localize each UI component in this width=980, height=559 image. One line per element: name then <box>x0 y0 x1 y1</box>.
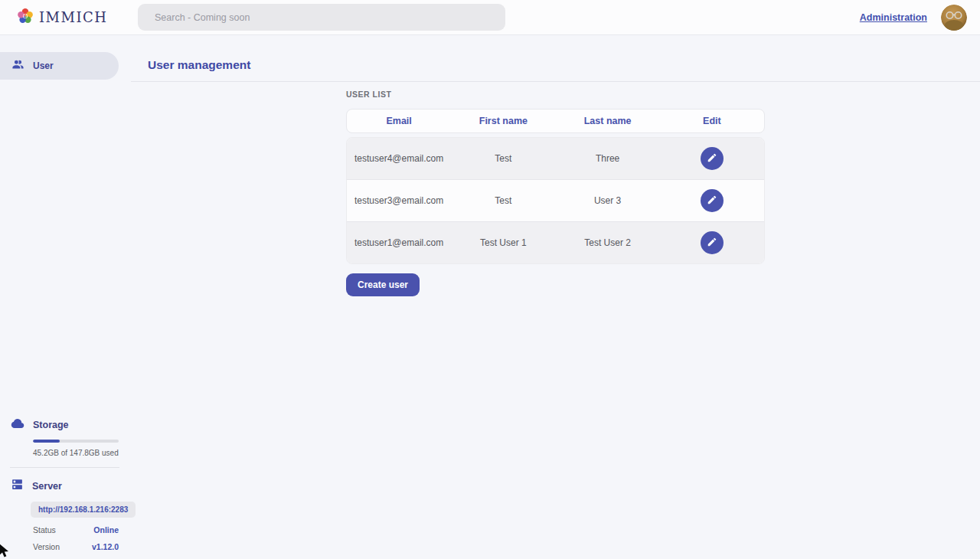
table-row: testuser3@email.comTestUser 3 <box>347 180 764 222</box>
pencil-icon <box>707 195 717 208</box>
user-table-rows: testuser4@email.comTestThreetestuser3@em… <box>346 137 765 264</box>
top-bar: IMMICH Administration <box>0 0 980 35</box>
cell-first-name: Test <box>451 195 555 206</box>
column-header-last-name: Last name <box>556 116 660 126</box>
cloud-icon <box>11 417 24 433</box>
server-status-value: Online <box>93 525 119 534</box>
sidebar-item-user[interactable]: User <box>0 52 119 80</box>
cell-last-name: Test User 2 <box>556 237 660 248</box>
cell-email: testuser3@email.com <box>347 195 451 206</box>
storage-title: Storage <box>33 420 69 430</box>
storage-progress-fill <box>33 440 60 443</box>
server-icon <box>11 478 24 494</box>
edit-user-button[interactable] <box>701 189 724 212</box>
edit-user-button[interactable] <box>701 231 724 254</box>
user-table-header: Email First name Last name Edit <box>346 109 765 133</box>
storage-progress-bar <box>33 440 119 443</box>
app-logo[interactable]: IMMICH <box>17 8 108 28</box>
sidebar-item-label: User <box>33 60 54 71</box>
sidebar: User Storage 45.2GB of 147.8GB used Serv… <box>0 35 130 559</box>
storage-usage-text: 45.2GB of 147.8GB used <box>33 449 130 457</box>
user-avatar[interactable] <box>941 5 967 31</box>
server-url-badge: http://192.168.1.216:2283 <box>31 502 136 518</box>
edit-user-button[interactable] <box>701 147 724 170</box>
cell-last-name: Three <box>556 153 660 164</box>
administration-link[interactable]: Administration <box>860 12 927 23</box>
search-input[interactable] <box>138 4 505 31</box>
cell-edit <box>660 189 764 212</box>
cell-email: testuser1@email.com <box>347 237 451 248</box>
create-user-button[interactable]: Create user <box>346 273 420 296</box>
app-title: IMMICH <box>39 9 108 25</box>
server-version-label: Version <box>33 542 60 551</box>
server-status-label: Status <box>33 525 56 534</box>
cell-email: testuser4@email.com <box>347 153 451 164</box>
sidebar-divider <box>10 467 119 468</box>
users-icon <box>11 58 24 74</box>
server-title: Server <box>32 481 62 492</box>
cell-edit <box>660 231 764 254</box>
cell-first-name: Test <box>451 153 555 164</box>
column-header-email: Email <box>347 116 451 126</box>
title-divider <box>131 81 980 82</box>
pencil-icon <box>707 152 717 165</box>
cell-edit <box>660 147 764 170</box>
cell-last-name: User 3 <box>556 195 660 206</box>
main-content: User management USER LIST Email First na… <box>130 35 980 559</box>
column-header-edit: Edit <box>660 116 764 126</box>
cell-first-name: Test User 1 <box>451 237 555 248</box>
page-title: User management <box>148 58 250 72</box>
pencil-icon <box>707 237 717 250</box>
table-row: testuser4@email.comTestThree <box>347 138 764 180</box>
immich-flower-icon <box>17 8 34 28</box>
server-version-value: v1.12.0 <box>92 542 119 551</box>
table-row: testuser1@email.comTest User 1Test User … <box>347 222 764 263</box>
user-list-label: USER LIST <box>346 90 391 99</box>
column-header-first-name: First name <box>451 116 555 126</box>
